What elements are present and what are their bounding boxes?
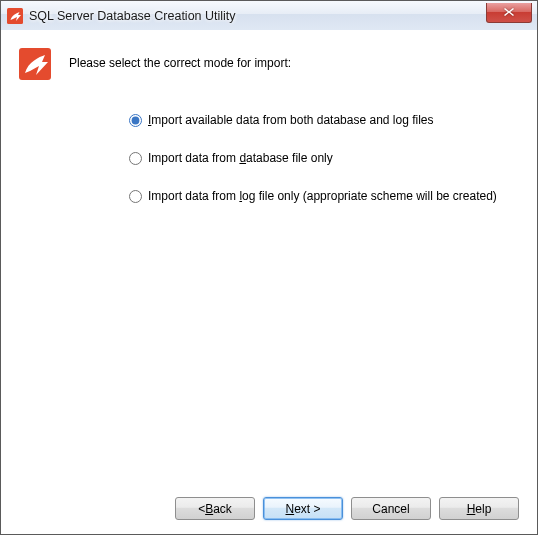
window-title: SQL Server Database Creation Utility	[29, 9, 486, 23]
option-database-only[interactable]: Import data from database file only	[129, 151, 519, 165]
app-logo-icon	[19, 48, 51, 83]
title-bar: SQL Server Database Creation Utility	[1, 1, 537, 31]
radio-log[interactable]	[129, 190, 142, 203]
header-row: Please select the correct mode for impor…	[19, 48, 519, 83]
radio-database[interactable]	[129, 152, 142, 165]
option-log-only[interactable]: Import data from log file only (appropri…	[129, 189, 519, 203]
cancel-button[interactable]: Cancel	[351, 497, 431, 520]
wizard-button-row: < Back Next > Cancel Help	[19, 491, 519, 520]
radio-both[interactable]	[129, 114, 142, 127]
app-icon	[7, 8, 23, 24]
close-icon	[503, 7, 515, 17]
back-button[interactable]: < Back	[175, 497, 255, 520]
instruction-text: Please select the correct mode for impor…	[69, 56, 291, 70]
help-button[interactable]: Help	[439, 497, 519, 520]
option-label: Import available data from both database…	[148, 113, 434, 127]
wizard-content: Please select the correct mode for impor…	[1, 30, 537, 534]
option-label: Import data from log file only (appropri…	[148, 189, 497, 203]
import-mode-options: Import available data from both database…	[129, 113, 519, 203]
option-label: Import data from database file only	[148, 151, 333, 165]
close-button[interactable]	[486, 3, 532, 23]
option-both-files[interactable]: Import available data from both database…	[129, 113, 519, 127]
next-button[interactable]: Next >	[263, 497, 343, 520]
